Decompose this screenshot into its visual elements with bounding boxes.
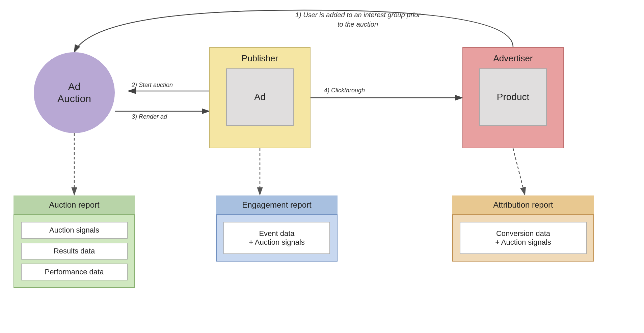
- publisher-title: Publisher: [242, 53, 278, 64]
- diagram: 1) User is added to an interest group pr…: [0, 0, 644, 333]
- auction-report-title: Auction report: [14, 195, 135, 215]
- advertiser-title: Advertiser: [493, 53, 533, 64]
- publisher-inner-label: Ad: [254, 92, 266, 102]
- attribution-report: Attribution report Conversion data + Auc…: [452, 195, 594, 262]
- advertiser-inner-label: Product: [497, 92, 530, 102]
- svg-line-7: [513, 148, 525, 195]
- engagement-report-title: Engagement report: [216, 195, 338, 215]
- engagement-report: Engagement report Event data + Auction s…: [216, 195, 338, 262]
- results-data-item: Results data: [21, 243, 128, 260]
- advertiser-inner: Product: [479, 68, 547, 126]
- publisher-inner: Ad: [226, 68, 294, 126]
- interest-group-note: 1) User is added to an interest group pr…: [294, 10, 422, 29]
- publisher-node: Publisher Ad: [209, 47, 311, 148]
- auction-report-body: Auction signals Results data Performance…: [14, 215, 135, 288]
- auction-signals-item: Auction signals: [21, 222, 128, 239]
- event-data-item: Event data + Auction signals: [223, 222, 330, 254]
- attribution-report-body: Conversion data + Auction signals: [452, 215, 594, 262]
- engagement-report-body: Event data + Auction signals: [216, 215, 338, 262]
- ad-auction-label: AdAuction: [57, 81, 91, 105]
- ad-auction-node: AdAuction: [34, 52, 115, 133]
- render-ad-label: 3) Render ad: [132, 113, 167, 120]
- advertiser-node: Advertiser Product: [462, 47, 564, 148]
- attribution-report-title: Attribution report: [452, 195, 594, 215]
- start-auction-label: 2) Start auction: [132, 82, 173, 89]
- auction-report: Auction report Auction signals Results d…: [14, 195, 135, 288]
- conversion-data-item: Conversion data + Auction signals: [460, 222, 587, 254]
- performance-data-item: Performance data: [21, 264, 128, 280]
- clickthrough-label: 4) Clickthrough: [324, 87, 365, 94]
